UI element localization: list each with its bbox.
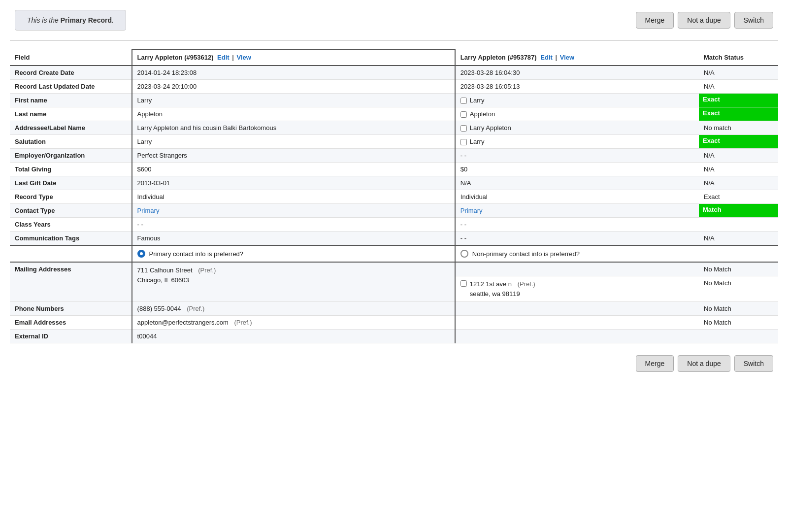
secondary-cell: Primary [455, 204, 699, 218]
table-row: Record Last Updated Date 2023-03-24 20:1… [10, 80, 778, 94]
field-label: Mailing Addresses [10, 262, 132, 302]
secondary-cell: Larry [455, 135, 699, 149]
not-a-dupe-button-bottom[interactable]: Not a dupe [678, 355, 730, 372]
secondary-cell: Individual [455, 190, 699, 204]
secondary-checkbox[interactable] [460, 139, 467, 145]
primary-edit-link[interactable]: Edit [217, 54, 230, 61]
top-action-buttons: Merge Not a dupe Switch [636, 12, 773, 29]
primary-value: 2013-03-01 [137, 179, 170, 187]
secondary-view-link[interactable]: View [560, 54, 574, 61]
secondary-checkbox[interactable] [460, 98, 467, 104]
checkbox-cell: Larry Appleton [460, 124, 694, 132]
table-header-row: Field Larry Appleton (#953612) Edit | Vi… [10, 49, 778, 66]
merge-button-bottom[interactable]: Merge [636, 355, 674, 372]
match-cell: No Match [699, 302, 778, 316]
checkbox-cell: Larry [460, 97, 694, 104]
match-cell: Exact [699, 190, 778, 204]
primary-record-name: Larry Appleton (#953612) [137, 54, 214, 61]
pipe-sep-4: | [555, 54, 558, 61]
secondary-edit-link[interactable]: Edit [540, 54, 553, 61]
match-cell: Exact [699, 135, 778, 149]
table-row: Contact Type Primary Primary Match [10, 204, 778, 218]
field-label: Last Gift Date [10, 176, 132, 190]
table-row: Employer/Organization Perfect Strangers … [10, 149, 778, 163]
table-row: Record Create Date 2014-01-24 18:23:08 2… [10, 66, 778, 80]
secondary-email-cell [455, 316, 699, 330]
primary-value: - - [137, 221, 143, 228]
switch-button-top[interactable]: Switch [734, 12, 773, 29]
primary-pref-cell: Primary contact info is preferred? [132, 245, 455, 262]
secondary-value: Appleton [470, 110, 495, 118]
primary-radio-label: Primary contact info is preferred? [137, 250, 450, 258]
primary-value: Famous [137, 234, 161, 242]
match-cell: No Match [699, 262, 778, 276]
pref-field-cell [10, 245, 132, 262]
table-row: Total Giving $600 $0 N/A [10, 163, 778, 176]
primary-radio-filled[interactable] [137, 250, 145, 258]
match-cell: No Match [699, 316, 778, 330]
primary-view-link[interactable]: View [237, 54, 251, 61]
primary-email-cell: appleton@perfectstrangers.com (Pref.) [132, 316, 455, 330]
match-cell: N/A [699, 176, 778, 190]
secondary-address-pref: (Pref.) [518, 280, 535, 288]
primary-value: Larry [137, 138, 152, 145]
primary-value: Larry Appleton and his cousin Balki Bart… [137, 124, 277, 132]
table-body: Record Create Date 2014-01-24 18:23:08 2… [10, 66, 778, 343]
table-row: Addressee/Label Name Larry Appleton and … [10, 121, 778, 135]
secondary-radio-label: Non-primary contact info is preferred? [460, 250, 694, 258]
match-cell: No Match [699, 276, 778, 302]
secondary-pref-cell: Non-primary contact info is preferred? [455, 245, 699, 262]
primary-cell: Perfect Strangers [132, 149, 455, 163]
primary-cell: Larry Appleton and his cousin Balki Bart… [132, 121, 455, 135]
table-row: First name Larry Larry Exact [10, 94, 778, 107]
primary-value: Larry [137, 97, 152, 104]
table-row: Salutation Larry Larry Exact [10, 135, 778, 149]
secondary-value: - - [460, 234, 466, 242]
secondary-address-line2: seattle, wa 98119 [470, 290, 520, 298]
primary-phone-pref: (Pref.) [187, 305, 204, 312]
secondary-address-checkbox[interactable] [460, 280, 467, 287]
primary-bold-text: Primary Record [61, 16, 112, 24]
primary-external-id-cell: t00044 [132, 330, 455, 343]
match-cell: No match [699, 121, 778, 135]
primary-text: This is the [27, 16, 61, 24]
field-label: Record Create Date [10, 66, 132, 80]
match-cell: N/A [699, 163, 778, 176]
not-a-dupe-button-top[interactable]: Not a dupe [678, 12, 730, 29]
secondary-cell: Appleton [455, 107, 699, 121]
primary-contact-type[interactable]: Primary [137, 207, 160, 214]
field-label: First name [10, 94, 132, 107]
field-label: Record Last Updated Date [10, 80, 132, 94]
match-status-header: Match Status [699, 49, 778, 66]
field-label: Record Type [10, 190, 132, 204]
secondary-cell: - - [455, 218, 699, 232]
secondary-radio-empty[interactable] [460, 250, 468, 258]
switch-button-bottom[interactable]: Switch [734, 355, 773, 372]
secondary-cell: $0 [455, 163, 699, 176]
field-label: Employer/Organization [10, 149, 132, 163]
secondary-checkbox[interactable] [460, 125, 467, 132]
secondary-value: - - [460, 152, 466, 159]
secondary-cell: - - [455, 149, 699, 163]
primary-cell: 2023-03-24 20:10:00 [132, 80, 455, 94]
secondary-cell: - - [455, 232, 699, 246]
checkbox-cell: Larry [460, 138, 694, 145]
primary-address-block: 711 Calhoun Street (Pref.) Chicago, IL 6… [137, 266, 450, 285]
table-row: Last name Appleton Appleton Exact [10, 107, 778, 121]
top-bar: This is the Primary Record. Merge Not a … [10, 10, 778, 31]
primary-address-cell: 711 Calhoun Street (Pref.) Chicago, IL 6… [132, 262, 455, 302]
secondary-address-block: 1212 1st ave n (Pref.) seattle, wa 98119 [470, 279, 535, 299]
secondary-checkbox[interactable] [460, 111, 467, 118]
secondary-address-checkbox-cell: 1212 1st ave n (Pref.) seattle, wa 98119 [460, 279, 694, 299]
merge-button-top[interactable]: Merge [636, 12, 674, 29]
match-cell: Exact [699, 107, 778, 121]
secondary-address-empty [455, 262, 699, 276]
table-row: Communication Tags Famous - - N/A [10, 232, 778, 246]
match-cell [699, 218, 778, 232]
table-row: Mailing Addresses 711 Calhoun Street (Pr… [10, 262, 778, 276]
primary-address-line1: 711 Calhoun Street [137, 266, 193, 274]
secondary-contact-type[interactable]: Primary [460, 207, 483, 214]
secondary-cell: Larry Appleton [455, 121, 699, 135]
primary-value: $600 [137, 166, 152, 173]
secondary-address-cell: 1212 1st ave n (Pref.) seattle, wa 98119 [455, 276, 699, 302]
